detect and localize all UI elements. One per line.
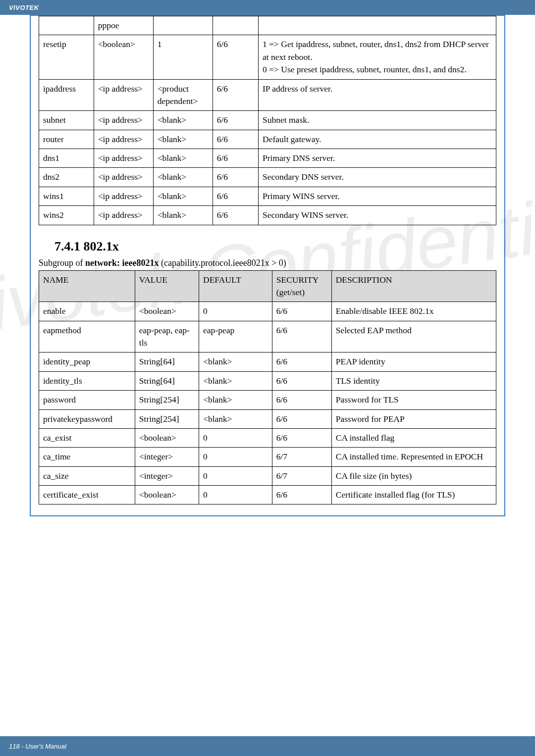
table-row: router<ip address><blank>6/6Default gate… <box>39 130 496 149</box>
cell: String[254] <box>135 391 199 409</box>
cell: 6/6 <box>213 130 258 149</box>
cell: Enable/disable IEEE 802.1x <box>331 302 496 321</box>
content-wrap: Vivotek Confidential pppoeresetip<boolea… <box>0 15 535 516</box>
cell: 1 => Get ipaddress, subnet, router, dns1… <box>259 35 496 79</box>
subgroup-bold: network: ieee8021x <box>85 258 159 268</box>
cell: 6/7 <box>272 466 331 485</box>
table-row: identity_peapString[64]<blank>6/6PEAP id… <box>39 353 496 371</box>
cell: 6/6 <box>213 35 258 79</box>
subgroup-prefix: Subgroup of <box>39 258 85 268</box>
cell: subnet <box>39 111 94 130</box>
page-footer-text: 118 - User's Manual <box>9 743 66 750</box>
cell: 0 <box>199 302 272 321</box>
cell: Secondary WINS server. <box>259 206 496 225</box>
col-name: NAME <box>39 270 135 302</box>
cell: 0 <box>199 428 272 447</box>
cell: resetip <box>39 35 94 79</box>
table-row: certificate_exist<boolean>06/6Certificat… <box>39 486 496 504</box>
cell: 6/6 <box>213 79 258 111</box>
subgroup-line: Subgroup of network: ieee8021x (capabili… <box>39 258 496 268</box>
cell: 6/6 <box>272 371 331 390</box>
cell: 6/6 <box>272 302 331 321</box>
cell <box>39 16 94 35</box>
cell: PEAP identity <box>331 353 496 371</box>
cell: 0 <box>199 466 272 485</box>
cell: Certificate installed flag (for TLS) <box>331 486 496 504</box>
cell: <blank> <box>153 111 213 130</box>
cell: wins2 <box>39 206 94 225</box>
cell: ca_time <box>39 448 135 466</box>
cell: <blank> <box>153 187 213 205</box>
cell: <boolean> <box>94 35 153 79</box>
ieee8021x-table: NAME VALUE DEFAULT SECURITY (get/set) DE… <box>39 270 496 505</box>
table-row: dns1<ip address><blank>6/6Primary DNS se… <box>39 149 496 168</box>
cell: 6/6 <box>272 391 331 409</box>
table-row: eapmethodeap-peap, eap-tlseap-peap6/6Sel… <box>39 321 496 353</box>
cell: <ip address> <box>94 168 153 187</box>
footer-bar: 118 - User's Manual <box>0 736 535 756</box>
cell: Secondary DNS server. <box>259 168 496 187</box>
cell: Subnet mask. <box>259 111 496 130</box>
cell: privatekeypassword <box>39 409 135 428</box>
cell: enable <box>39 302 135 321</box>
cell: CA installed time. Represented in EPOCH <box>331 448 496 466</box>
cell: eap-peap, eap-tls <box>135 321 199 353</box>
table-row: passwordString[254]<blank>6/6Password fo… <box>39 391 496 409</box>
network-params-table: pppoeresetip<boolean>16/61 => Get ipaddr… <box>39 16 496 225</box>
cell: <blank> <box>153 206 213 225</box>
col-security: SECURITY (get/set) <box>272 270 331 302</box>
cell: eap-peap <box>199 321 272 353</box>
table-row: privatekeypasswordString[254]<blank>6/6P… <box>39 409 496 428</box>
cell: 6/6 <box>272 353 331 371</box>
cell: ca_exist <box>39 428 135 447</box>
cell: 0 <box>199 486 272 504</box>
cell: <integer> <box>135 448 199 466</box>
cell: <ip address> <box>94 187 153 205</box>
cell: <ip address> <box>94 111 153 130</box>
cell: 6/6 <box>272 409 331 428</box>
cell: IP address of server. <box>259 79 496 111</box>
table-row: wins2<ip address><blank>6/6Secondary WIN… <box>39 206 496 225</box>
table-row: ca_size<integer>06/7CA file size (in byt… <box>39 466 496 485</box>
table-row: identity_tlsString[64]<blank>6/6TLS iden… <box>39 371 496 390</box>
content-box: pppoeresetip<boolean>16/61 => Get ipaddr… <box>30 15 505 516</box>
table-row: resetip<boolean>16/61 => Get ipaddress, … <box>39 35 496 79</box>
table-row: dns2<ip address><blank>6/6Secondary DNS … <box>39 168 496 187</box>
cell: 6/6 <box>213 168 258 187</box>
cell: 6/6 <box>213 149 258 168</box>
cell: Default gateway. <box>259 130 496 149</box>
cell: 6/6 <box>213 187 258 205</box>
cell <box>259 16 496 35</box>
cell <box>153 16 213 35</box>
cell: 6/6 <box>272 486 331 504</box>
cell: <blank> <box>153 168 213 187</box>
cell: Password for TLS <box>331 391 496 409</box>
cell: <integer> <box>135 466 199 485</box>
cell: <blank> <box>199 371 272 390</box>
cell: identity_tls <box>39 371 135 390</box>
cell: 1 <box>153 35 213 79</box>
table-row: wins1<ip address><blank>6/6Primary WINS … <box>39 187 496 205</box>
cell: CA file size (in bytes) <box>331 466 496 485</box>
cell: String[64] <box>135 371 199 390</box>
table-row: enable<boolean>06/6Enable/disable IEEE 8… <box>39 302 496 321</box>
cell: 6/6 <box>213 206 258 225</box>
cell: <blank> <box>199 391 272 409</box>
col-description: DESCRIPTION <box>331 270 496 302</box>
cell: String[254] <box>135 409 199 428</box>
cell: 0 <box>199 448 272 466</box>
cell: <ip address> <box>94 79 153 111</box>
cell: ipaddress <box>39 79 94 111</box>
col-value: VALUE <box>135 270 199 302</box>
table-row: ca_exist<boolean>06/6CA installed flag <box>39 428 496 447</box>
cell: Password for PEAP <box>331 409 496 428</box>
cell: 6/6 <box>272 321 331 353</box>
subgroup-suffix: (capability.protocol.ieee8021x > 0) <box>159 258 286 268</box>
cell: <blank> <box>199 409 272 428</box>
cell: dns2 <box>39 168 94 187</box>
cell: router <box>39 130 94 149</box>
cell: TLS identity <box>331 371 496 390</box>
cell: String[64] <box>135 353 199 371</box>
cell: <boolean> <box>135 302 199 321</box>
table-row: ca_time<integer>06/7CA installed time. R… <box>39 448 496 466</box>
